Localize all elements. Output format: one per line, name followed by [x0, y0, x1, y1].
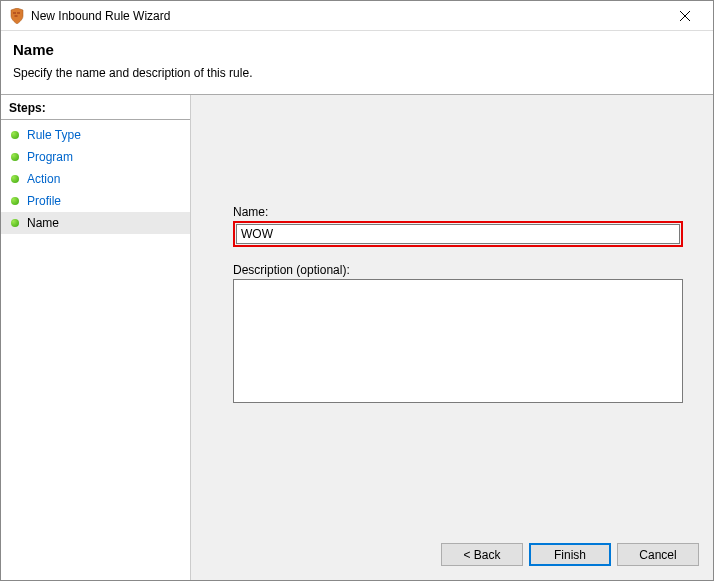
step-label: Rule Type: [27, 128, 81, 142]
description-label: Description (optional):: [233, 263, 683, 277]
name-label: Name:: [233, 205, 683, 219]
step-label: Program: [27, 150, 73, 164]
finish-button[interactable]: Finish: [529, 543, 611, 566]
form-area: Name: Description (optional):: [191, 95, 713, 406]
bullet-icon: [11, 153, 19, 161]
content-panel: Name: Description (optional): < Back Fin…: [191, 95, 713, 580]
close-button[interactable]: [665, 2, 705, 30]
cancel-button[interactable]: Cancel: [617, 543, 699, 566]
bullet-icon: [11, 131, 19, 139]
header-panel: Name Specify the name and description of…: [1, 31, 713, 94]
step-program[interactable]: Program: [1, 146, 190, 168]
step-name[interactable]: Name: [1, 212, 190, 234]
step-label: Profile: [27, 194, 61, 208]
steps-sidebar: Steps: Rule Type Program Action Profile …: [1, 95, 191, 580]
button-row: < Back Finish Cancel: [441, 543, 699, 566]
back-button[interactable]: < Back: [441, 543, 523, 566]
page-title: Name: [13, 41, 701, 58]
name-input-highlight: [233, 221, 683, 247]
window-title: New Inbound Rule Wizard: [31, 9, 665, 23]
name-input[interactable]: [236, 224, 680, 244]
step-profile[interactable]: Profile: [1, 190, 190, 212]
bullet-icon: [11, 175, 19, 183]
bullet-icon: [11, 197, 19, 205]
steps-heading: Steps:: [1, 99, 190, 120]
step-rule-type[interactable]: Rule Type: [1, 124, 190, 146]
titlebar: New Inbound Rule Wizard: [1, 1, 713, 31]
step-label: Action: [27, 172, 60, 186]
step-action[interactable]: Action: [1, 168, 190, 190]
page-subtitle: Specify the name and description of this…: [13, 66, 701, 80]
step-label: Name: [27, 216, 59, 230]
svg-rect-0: [13, 12, 16, 14]
bullet-icon: [11, 219, 19, 227]
firewall-icon: [9, 8, 25, 24]
wizard-window: New Inbound Rule Wizard Name Specify the…: [0, 0, 714, 581]
svg-rect-1: [17, 12, 20, 14]
svg-rect-2: [15, 15, 18, 17]
description-textarea[interactable]: [233, 279, 683, 403]
body-panel: Steps: Rule Type Program Action Profile …: [1, 94, 713, 580]
